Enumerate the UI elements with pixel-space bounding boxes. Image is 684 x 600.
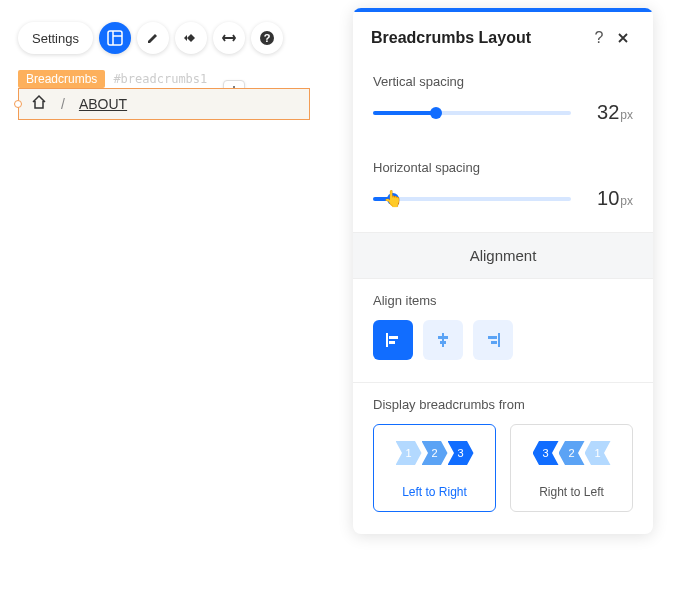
display-direction-section: Display breadcrumbs from 1 2 3 Left to R… [353,383,653,534]
display-direction-label: Display breadcrumbs from [373,397,633,412]
align-items-section: Align items [353,279,653,382]
breadcrumb-separator: / [61,96,65,112]
svg-rect-13 [491,341,497,344]
stretch-button[interactable] [213,22,245,54]
panel-header: Breadcrumbs Layout ? [353,12,653,60]
settings-button[interactable]: Settings [18,22,93,54]
svg-text:?: ? [264,32,271,44]
svg-rect-10 [440,341,446,344]
horizontal-spacing-label: Horizontal spacing [373,160,633,175]
alignment-header: Alignment [353,232,653,279]
layout-button[interactable] [99,22,131,54]
ltr-preview-icon: 1 2 3 [382,441,487,465]
design-button[interactable] [137,22,169,54]
layout-panel: Breadcrumbs Layout ? Vertical spacing 32… [353,8,653,534]
panel-help-button[interactable]: ? [587,26,611,50]
rtl-option[interactable]: 3 2 1 Right to Left [510,424,633,512]
element-id-tag: #breadcrumbs1 [109,70,211,88]
selection-handle[interactable] [14,100,22,108]
horizontal-spacing-section: Horizontal spacing 10px [353,146,653,232]
vertical-spacing-label: Vertical spacing [373,74,633,89]
ltr-label: Left to Right [382,485,487,499]
breadcrumb-component[interactable]: / ABOUT [18,88,310,120]
align-right-button[interactable] [473,320,513,360]
breadcrumb-current[interactable]: ABOUT [79,96,127,112]
svg-rect-7 [389,341,395,344]
help-button[interactable]: ? [251,22,283,54]
horizontal-spacing-slider[interactable] [373,189,571,209]
panel-close-button[interactable] [611,26,635,50]
svg-rect-12 [488,336,497,339]
svg-rect-0 [108,31,122,45]
animation-button[interactable] [175,22,207,54]
svg-rect-9 [438,336,448,339]
ltr-option[interactable]: 1 2 3 Left to Right [373,424,496,512]
align-left-button[interactable] [373,320,413,360]
home-icon[interactable] [31,94,47,114]
align-center-button[interactable] [423,320,463,360]
align-items-label: Align items [373,293,633,308]
vertical-spacing-slider[interactable] [373,103,571,123]
horizontal-spacing-value: 10px [587,187,633,210]
element-type-tag: Breadcrumbs [18,70,105,88]
element-tags: Breadcrumbs #breadcrumbs1 [18,70,211,88]
rtl-label: Right to Left [519,485,624,499]
panel-title: Breadcrumbs Layout [371,29,587,47]
vertical-spacing-section: Vertical spacing 32px [353,60,653,146]
vertical-spacing-value: 32px [587,101,633,124]
svg-rect-6 [389,336,398,339]
toolbar: Settings ? [18,22,283,54]
rtl-preview-icon: 3 2 1 [519,441,624,465]
